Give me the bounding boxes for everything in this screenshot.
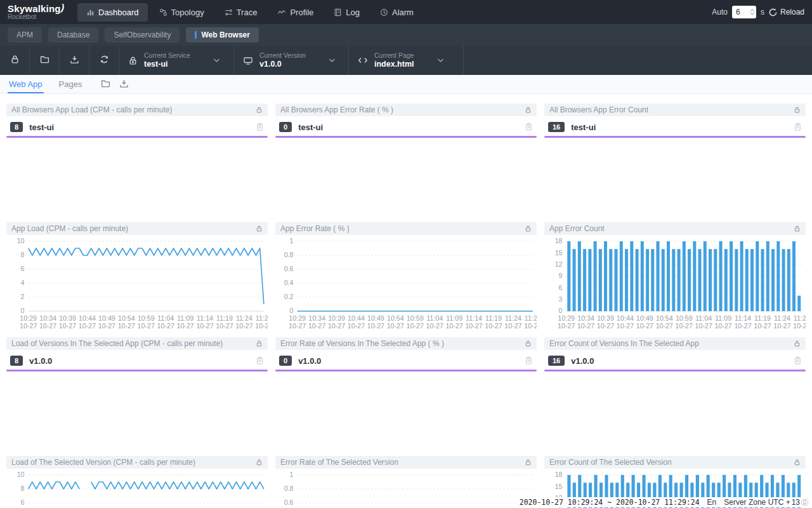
clipboard-icon[interactable] <box>794 123 802 131</box>
card-header: Error Count of Versions In The Selected … <box>544 337 806 350</box>
svg-text:10-27: 10-27 <box>308 322 325 330</box>
list-item[interactable]: 0test-ui <box>275 116 537 136</box>
current-page-selector[interactable]: Current Pageindex.html <box>349 46 463 75</box>
card-lock-icon[interactable] <box>525 340 532 347</box>
card-lock-icon[interactable] <box>256 225 263 232</box>
toolbar-refresh-button[interactable] <box>89 46 119 75</box>
list-item[interactable]: 16test-ui <box>544 116 806 136</box>
svg-text:0.8: 0.8 <box>284 485 294 493</box>
chevron-down-icon <box>329 58 336 63</box>
svg-text:10-27: 10-27 <box>196 322 213 330</box>
card-lock-icon[interactable] <box>794 106 801 114</box>
endpoint-list: 0v1.0.0 <box>275 350 537 450</box>
import-icon[interactable] <box>119 79 129 88</box>
nav-item-log[interactable]: Log <box>325 3 369 22</box>
auto-label: Auto <box>712 8 728 17</box>
stepper-arrows-icon[interactable] <box>750 9 755 15</box>
svg-text:10-27: 10-27 <box>367 322 384 330</box>
card-lock-icon[interactable] <box>794 340 801 347</box>
card-lock-icon[interactable] <box>525 106 532 114</box>
svg-text:15: 15 <box>555 483 563 490</box>
clipboard-icon[interactable] <box>525 356 533 365</box>
list-item[interactable]: 8test-ui <box>6 116 268 136</box>
card-header: Error Rate of Versions In The Selected A… <box>275 337 537 350</box>
toolbar-folder-button[interactable] <box>30 46 59 75</box>
monitor-icon <box>243 56 253 65</box>
svg-text:10-27: 10-27 <box>157 322 174 330</box>
clipboard-icon[interactable] <box>794 356 802 365</box>
time-range-picker[interactable]: 2020-10-27 10:29:24 ~ 2020-10-27 11:29:2… <box>520 498 700 507</box>
content-tab-pages[interactable]: Pages <box>58 76 84 93</box>
svg-text:10-27: 10-27 <box>465 322 482 330</box>
card-header: All Browsers App Load (CPM - calls per m… <box>6 104 268 116</box>
svg-text:11:14: 11:14 <box>466 314 482 322</box>
nav-item-alarm[interactable]: Alarm <box>371 3 422 22</box>
svg-text:0.6: 0.6 <box>284 265 294 273</box>
clipboard-icon[interactable] <box>256 356 264 365</box>
svg-text:10-27: 10-27 <box>216 322 233 330</box>
reload-button[interactable]: Reload <box>769 8 804 17</box>
svg-text:10:44: 10:44 <box>348 314 365 322</box>
group-tab-apm[interactable]: APM <box>8 27 42 43</box>
auto-unit: s <box>761 8 764 17</box>
card-lock-icon[interactable] <box>794 225 801 232</box>
list-item[interactable]: 16v1.0.0 <box>544 350 806 370</box>
svg-text:6: 6 <box>21 265 25 273</box>
language-switch[interactable]: En <box>707 498 717 507</box>
reload-label: Reload <box>780 8 804 17</box>
toolbar-divider <box>463 46 464 75</box>
card-header: Load of Versions In The Selected App (CP… <box>6 337 268 350</box>
card-lock-icon[interactable] <box>256 458 263 466</box>
group-tab-web-browser[interactable]: Web Browser <box>186 27 258 43</box>
value-badge: 8 <box>10 356 23 366</box>
svg-text:11:04: 11:04 <box>157 314 174 322</box>
card-lock-icon[interactable] <box>525 225 532 232</box>
nav-item-profile[interactable]: Profile <box>268 3 322 22</box>
nav-item-label: Trace <box>237 8 258 17</box>
nav-item-label: Log <box>346 8 360 17</box>
download-icon <box>70 55 79 67</box>
nav-item-trace[interactable]: Trace <box>216 3 266 22</box>
svg-text:11:19: 11:19 <box>754 314 771 322</box>
current-version-selector[interactable]: Current Versionv1.0.0 <box>234 46 348 75</box>
card-lock-icon[interactable] <box>794 458 801 466</box>
svg-text:10: 10 <box>17 471 25 479</box>
clipboard-icon[interactable] <box>256 123 264 131</box>
auto-interval-input[interactable]: 6 <box>732 6 756 18</box>
list-item-label: v1.0.0 <box>571 356 794 366</box>
toolbar-lock-button[interactable] <box>0 46 29 75</box>
auto-interval-value: 6 <box>736 8 750 17</box>
svg-text:18: 18 <box>555 237 563 245</box>
bar-chart: 036912151810:2910-2710:3410-2710:3910-27… <box>544 235 806 331</box>
line-chart: 024681010:2910-2710:3410-2710:3910-2710:… <box>6 235 268 331</box>
toolbar-download-button[interactable] <box>60 46 89 75</box>
group-tab-selfobservability[interactable]: SelfObservability <box>105 27 180 43</box>
card-lock-icon[interactable] <box>256 106 263 114</box>
clipboard-icon[interactable] <box>525 123 533 131</box>
svg-text:10-27: 10-27 <box>558 322 575 330</box>
card-lock-icon[interactable] <box>256 340 263 347</box>
nav-item-topology[interactable]: Topology <box>150 3 213 22</box>
content-tab-web-app[interactable]: Web App <box>8 76 44 93</box>
card-header: Load of The Selected Version (CPM - call… <box>6 456 268 469</box>
selected-indicator <box>544 370 806 371</box>
svg-text:10-27: 10-27 <box>714 322 731 330</box>
current-service-selector[interactable]: Current Servicetest-ui <box>119 46 233 75</box>
value-badge: 0 <box>279 356 292 366</box>
top-navbar: Skywalking) Rocketbot DashboardTopologyT… <box>0 0 812 24</box>
list-item[interactable]: 8v1.0.0 <box>6 350 268 370</box>
card-lock-icon[interactable] <box>525 458 532 466</box>
group-tab-database[interactable]: Database <box>48 27 98 43</box>
card-list: All Browsers App Error Rate ( % )0test-u… <box>275 104 537 217</box>
svg-text:10-27: 10-27 <box>656 322 673 330</box>
svg-text:3: 3 <box>559 295 563 303</box>
card-title: All Browsers App Load (CPM - calls per m… <box>11 105 172 114</box>
nav-item-dashboard[interactable]: Dashboard <box>77 3 148 22</box>
list-item[interactable]: 0v1.0.0 <box>275 350 537 370</box>
selector-value: index.html <box>374 60 414 70</box>
zone-stepper-icon[interactable] <box>801 499 808 505</box>
folder-icon[interactable] <box>101 79 110 88</box>
svg-text:10-27: 10-27 <box>524 322 537 330</box>
svg-text:10-27: 10-27 <box>98 322 115 330</box>
app-logo[interactable]: Skywalking) Rocketbot <box>8 4 69 20</box>
